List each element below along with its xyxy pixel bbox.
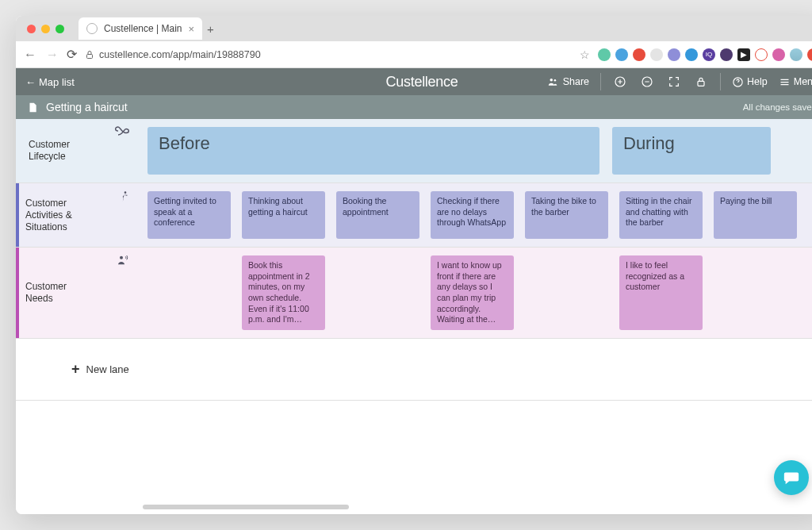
activity-card[interactable]: Booking the appointment	[336, 191, 419, 239]
browser-tab[interactable]: Custellence | Main ×	[79, 17, 202, 40]
extension-icon[interactable]	[807, 48, 812, 61]
arrow-left-icon: ←	[25, 76, 36, 88]
help-label: Help	[747, 76, 768, 87]
need-card[interactable]: I like to feel recognized as a customer	[619, 255, 703, 330]
svg-point-1	[550, 79, 553, 82]
document-icon	[27, 101, 38, 114]
divider	[720, 73, 721, 90]
help-button[interactable]: Help	[732, 76, 768, 88]
tab-bar: Custellence | Main × +	[16, 16, 812, 41]
speaking-person-icon	[116, 254, 130, 269]
back-to-map-list-link[interactable]: ← Map list	[25, 76, 75, 88]
window-zoom-button[interactable]	[56, 25, 64, 33]
window-close-button[interactable]	[27, 25, 36, 33]
lock-icon	[85, 50, 94, 60]
chat-icon	[783, 469, 800, 486]
window-controls	[22, 25, 69, 33]
extension-icon[interactable]	[650, 48, 663, 61]
lane-label[interactable]: Customer Needs	[16, 248, 138, 338]
extension-icon[interactable]	[598, 48, 611, 61]
zoom-in-button[interactable]	[612, 74, 628, 90]
lane-label-text: Customer Activities & Situations	[25, 198, 97, 233]
running-person-icon	[117, 190, 130, 206]
tab-close-button[interactable]: ×	[189, 23, 195, 35]
horizontal-scrollbar[interactable]	[143, 505, 349, 509]
extension-icon[interactable]	[685, 48, 698, 61]
activity-card[interactable]: Paying the bill	[714, 191, 797, 239]
lane-label[interactable]: Customer Lifecycle	[16, 119, 138, 182]
help-icon	[732, 76, 744, 88]
lane-label-text: Customer Needs	[25, 281, 97, 305]
extension-icons: IQ ▶	[598, 48, 812, 61]
new-lane-button[interactable]: + New lane	[16, 339, 812, 401]
phase-card-before[interactable]: Before	[147, 127, 599, 175]
back-label: Map list	[39, 76, 75, 88]
lane-customer-needs: Customer Needs Book this appointment in …	[16, 248, 812, 339]
activity-card[interactable]: Taking the bike to the barber	[525, 191, 608, 239]
nav-forward-button[interactable]: →	[46, 48, 59, 62]
window-minimize-button[interactable]	[41, 25, 50, 33]
saved-status: All changes saved	[743, 102, 812, 112]
new-tab-button[interactable]: +	[207, 22, 214, 36]
lane-cards: Book this appointment in 2 minutes, on m…	[138, 248, 812, 338]
bookmark-star-icon[interactable]: ☆	[580, 48, 590, 61]
infinity-icon	[114, 125, 130, 139]
extension-icon[interactable]	[720, 48, 733, 61]
activity-card[interactable]: Sitting in the chair and chatting with t…	[619, 191, 703, 239]
browser-chrome: Custellence | Main × + ← → ⟳ custellence…	[16, 16, 812, 68]
lane-label-text: Customer Lifecycle	[29, 139, 100, 163]
fullscreen-button[interactable]	[666, 74, 682, 90]
lane-label[interactable]: Customer Activities & Situations	[16, 183, 138, 247]
lane-cards: Before During	[138, 119, 812, 182]
address-bar-row: ← → ⟳ custellence.com/app/main/19888790 …	[16, 41, 812, 68]
activity-card[interactable]: Thinking about getting a haircut	[242, 191, 325, 239]
need-card[interactable]: Book this appointment in 2 minutes, on m…	[242, 255, 325, 330]
extension-icon[interactable]	[615, 48, 628, 61]
svg-point-2	[553, 79, 556, 82]
plus-icon: +	[71, 361, 80, 378]
share-button[interactable]: Share	[546, 76, 589, 87]
svg-point-8	[120, 256, 123, 259]
lane-customer-activities: Customer Activities & Situations Getting…	[16, 183, 812, 248]
user-avatar[interactable]	[790, 48, 802, 61]
lane-customer-lifecycle: Customer Lifecycle Before During	[16, 119, 812, 183]
empty-slot[interactable]	[525, 255, 608, 330]
extension-icon[interactable]	[755, 48, 768, 61]
extension-icon[interactable]	[668, 48, 680, 61]
need-card[interactable]: I want to know up front if there are any…	[431, 255, 514, 330]
map-canvas[interactable]: Customer Lifecycle Before During Custome…	[16, 119, 812, 514]
phase-card-during[interactable]: During	[612, 127, 771, 175]
nav-arrows: ← →	[24, 48, 59, 62]
hamburger-icon	[779, 76, 791, 88]
map-titlebar: Getting a haircut All changes saved	[16, 95, 812, 119]
tab-title: Custellence | Main	[104, 23, 182, 34]
menu-button[interactable]: Menu	[779, 76, 812, 88]
empty-slot[interactable]	[714, 255, 797, 330]
share-people-icon	[546, 76, 559, 87]
extension-icon[interactable]	[633, 48, 645, 61]
empty-slot[interactable]	[336, 255, 419, 330]
empty-slot[interactable]	[147, 255, 231, 330]
extension-icon[interactable]	[772, 48, 785, 61]
new-lane-label: New lane	[86, 363, 129, 375]
url-box[interactable]: custellence.com/app/main/19888790	[85, 49, 572, 60]
zoom-out-button[interactable]	[639, 74, 655, 90]
map-name[interactable]: Getting a haircut	[46, 101, 128, 113]
extension-icon[interactable]: IQ	[703, 48, 715, 61]
share-label: Share	[563, 76, 589, 87]
lane-cards: Getting invited to speak at a conference…	[138, 183, 812, 247]
reload-button[interactable]: ⟳	[67, 47, 77, 62]
activity-card[interactable]: Getting invited to speak at a conference	[147, 191, 231, 239]
svg-rect-0	[87, 54, 93, 58]
svg-point-7	[124, 191, 127, 194]
url-text: custellence.com/app/main/19888790	[99, 49, 261, 60]
nav-back-button[interactable]: ←	[24, 48, 36, 62]
svg-rect-5	[698, 81, 704, 86]
app-topbar: ← Map list Custellence Share Help	[16, 68, 812, 95]
divider	[600, 73, 601, 90]
chat-support-button[interactable]	[774, 460, 809, 495]
activity-card[interactable]: Checking if there are no delays through …	[431, 191, 514, 239]
extension-icon[interactable]: ▶	[737, 48, 750, 61]
menu-label: Menu	[794, 76, 812, 87]
lock-button[interactable]	[693, 74, 709, 90]
